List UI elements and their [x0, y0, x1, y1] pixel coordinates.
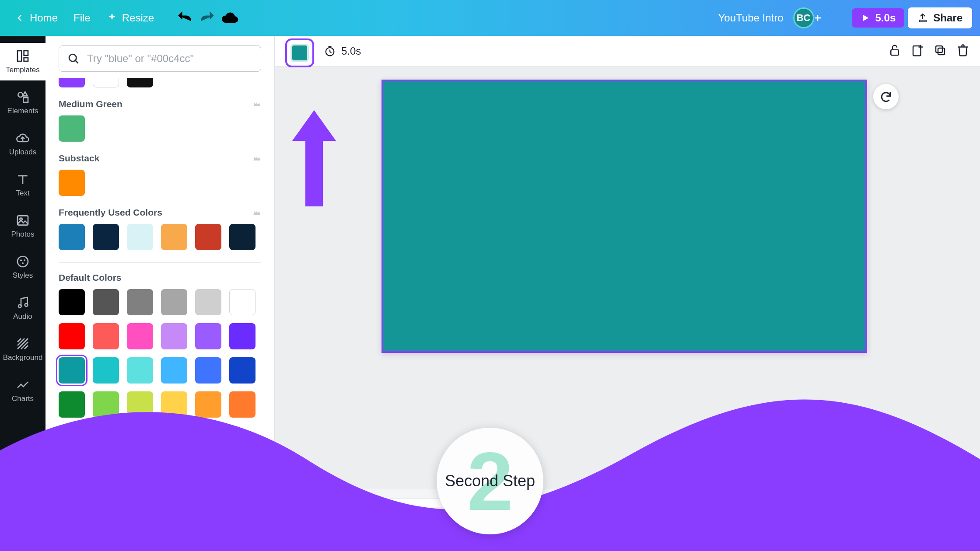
- color-swatch[interactable]: [59, 115, 85, 142]
- audio-icon: [16, 296, 30, 310]
- page-duration[interactable]: 5.0s: [324, 45, 361, 57]
- present-button[interactable]: 5.0s: [852, 8, 905, 28]
- rail-label: Styles: [13, 271, 33, 280]
- color-swatch[interactable]: [59, 289, 85, 315]
- svg-point-18: [18, 256, 28, 267]
- svg-rect-7: [18, 51, 21, 61]
- home-button[interactable]: Home: [8, 8, 64, 28]
- color-swatch[interactable]: [127, 391, 153, 418]
- color-swatch[interactable]: [229, 391, 256, 418]
- color-swatch[interactable]: [127, 323, 153, 349]
- svg-line-25: [18, 338, 24, 345]
- section-medium-green: Medium Green: [59, 99, 261, 109]
- section-default: Default Colors: [59, 272, 261, 283]
- color-swatch[interactable]: [93, 323, 119, 349]
- rail-label: Charts: [12, 394, 34, 403]
- svg-line-28: [24, 345, 28, 349]
- add-collaborator-button[interactable]: [810, 10, 826, 26]
- rail-audio[interactable]: Audio: [0, 289, 46, 327]
- color-swatch[interactable]: [229, 357, 256, 384]
- color-swatch[interactable]: [229, 224, 256, 250]
- color-swatch[interactable]: [59, 391, 85, 418]
- canvas-viewport[interactable]: ◂ ▾ ▸: [275, 66, 980, 499]
- rail-charts[interactable]: Charts: [0, 372, 46, 409]
- redo-button[interactable]: [198, 8, 217, 28]
- rail-templates[interactable]: Templates: [0, 43, 46, 80]
- rail-text[interactable]: Text: [0, 166, 46, 204]
- context-toolbar: 5.0s: [275, 36, 980, 66]
- add-page-button[interactable]: [911, 44, 924, 59]
- file-label: File: [74, 12, 91, 24]
- duplicate-button[interactable]: [934, 44, 947, 59]
- color-swatch[interactable]: [93, 224, 119, 250]
- svg-point-19: [20, 259, 22, 261]
- rail-styles[interactable]: Styles: [0, 248, 46, 286]
- color-swatch[interactable]: [59, 170, 85, 196]
- svg-rect-16: [18, 216, 28, 225]
- insights-button[interactable]: [829, 8, 848, 28]
- color-swatch[interactable]: [195, 391, 221, 418]
- color-swatch[interactable]: [93, 357, 119, 384]
- color-swatch[interactable]: [93, 289, 119, 315]
- color-swatch[interactable]: [161, 357, 187, 384]
- color-swatch[interactable]: [195, 289, 221, 315]
- color-swatch[interactable]: [229, 289, 256, 315]
- color-swatch[interactable]: [93, 391, 119, 418]
- color-swatch[interactable]: [195, 323, 221, 349]
- rail-label: Uploads: [9, 148, 36, 157]
- color-swatch[interactable]: [127, 224, 153, 250]
- horizontal-scrollbar[interactable]: ◂ ▾ ▸: [275, 489, 980, 499]
- resize-label: Resize: [122, 12, 154, 24]
- color-swatch[interactable]: [127, 289, 153, 315]
- reset-view-button[interactable]: [873, 84, 899, 109]
- rail-background[interactable]: Background: [0, 331, 46, 368]
- color-swatch[interactable]: [59, 78, 85, 87]
- color-swatch[interactable]: [127, 357, 153, 384]
- project-name[interactable]: YouTube Intro: [712, 8, 790, 28]
- section-label-text: Substack: [59, 153, 99, 164]
- color-swatch[interactable]: [161, 289, 187, 315]
- color-swatch[interactable]: [59, 357, 85, 384]
- rail-photos[interactable]: Photos: [0, 207, 46, 245]
- resize-menu[interactable]: Resize: [100, 8, 160, 28]
- svg-rect-39: [938, 48, 945, 55]
- timeline-clip[interactable]: 5.0s: [330, 504, 405, 546]
- add-page-icon: [911, 44, 924, 57]
- share-button[interactable]: Share: [908, 7, 972, 28]
- file-menu[interactable]: File: [67, 8, 97, 28]
- color-swatch[interactable]: [59, 323, 85, 349]
- tutorial-arrow: [284, 106, 345, 217]
- rail-label: Audio: [13, 312, 32, 321]
- search-icon: [67, 52, 80, 65]
- lock-button[interactable]: [888, 44, 901, 59]
- svg-line-30: [75, 60, 78, 63]
- color-swatch[interactable]: [127, 78, 153, 87]
- color-swatch[interactable]: [161, 224, 187, 250]
- color-swatch[interactable]: [161, 323, 187, 349]
- clock-icon: [324, 45, 336, 57]
- rail-elements[interactable]: Elements: [0, 84, 46, 122]
- undo-icon: [175, 8, 194, 28]
- color-swatch[interactable]: [195, 357, 221, 384]
- color-swatch[interactable]: [195, 224, 221, 250]
- cloud-sync-button[interactable]: [220, 8, 240, 28]
- color-swatch[interactable]: [161, 391, 187, 418]
- section-substack: Substack: [59, 153, 261, 164]
- rail-uploads[interactable]: Uploads: [0, 125, 46, 163]
- color-swatch[interactable]: [93, 78, 119, 87]
- page-canvas[interactable]: [382, 80, 867, 353]
- color-swatch[interactable]: [59, 224, 85, 250]
- undo-button[interactable]: [175, 8, 194, 28]
- trash-icon: [956, 44, 970, 57]
- color-search-input[interactable]: [59, 45, 261, 72]
- add-page-tile[interactable]: +: [416, 507, 481, 544]
- present-duration-label: 5.0s: [875, 12, 896, 24]
- timeline-play-button[interactable]: [290, 511, 319, 540]
- color-swatch[interactable]: [229, 323, 256, 349]
- crown-icon: [252, 208, 261, 217]
- background-color-button[interactable]: [285, 38, 314, 67]
- chevron-left-icon: [14, 12, 25, 24]
- cloud-check-icon: [220, 8, 240, 28]
- current-color-chip: [290, 44, 309, 62]
- delete-button[interactable]: [956, 44, 970, 59]
